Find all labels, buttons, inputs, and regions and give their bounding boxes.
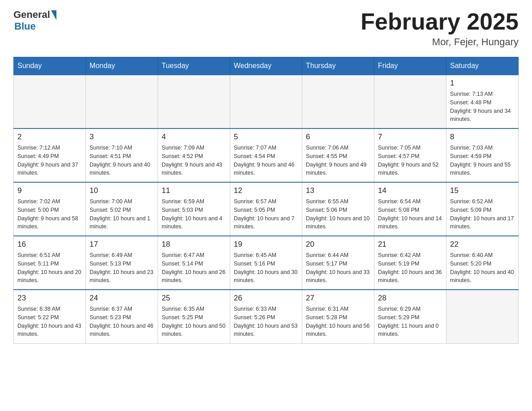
day-number: 13 (306, 186, 370, 195)
day-info: Sunrise: 6:29 AMSunset: 5:29 PMDaylight:… (378, 305, 442, 338)
day-number: 5 (234, 133, 298, 141)
week-row-2: 2Sunrise: 7:12 AMSunset: 4:49 PMDaylight… (14, 128, 519, 182)
calendar-cell: 8Sunrise: 7:03 AMSunset: 4:59 PMDaylight… (446, 128, 519, 182)
calendar-cell: 20Sunrise: 6:44 AMSunset: 5:17 PMDayligh… (302, 236, 374, 290)
day-info: Sunrise: 6:57 AMSunset: 5:05 PMDaylight:… (234, 197, 298, 231)
day-info: Sunrise: 7:12 AMSunset: 4:49 PMDaylight:… (17, 144, 82, 177)
day-info: Sunrise: 6:52 AMSunset: 5:09 PMDaylight:… (450, 197, 515, 231)
day-number: 1 (450, 79, 515, 88)
calendar-cell: 12Sunrise: 6:57 AMSunset: 5:05 PMDayligh… (230, 182, 302, 236)
day-info: Sunrise: 7:10 AMSunset: 4:51 PMDaylight:… (90, 144, 154, 177)
calendar-cell: 23Sunrise: 6:38 AMSunset: 5:22 PMDayligh… (14, 290, 86, 343)
day-info: Sunrise: 7:09 AMSunset: 4:52 PMDaylight:… (162, 144, 226, 177)
calendar-cell: 17Sunrise: 6:49 AMSunset: 5:13 PMDayligh… (86, 236, 158, 290)
logo: General Blue (13, 9, 56, 32)
day-number: 25 (162, 294, 226, 303)
day-number: 24 (90, 294, 154, 303)
calendar-cell: 19Sunrise: 6:45 AMSunset: 5:16 PMDayligh… (230, 236, 302, 290)
day-info: Sunrise: 6:59 AMSunset: 5:03 PMDaylight:… (162, 197, 226, 231)
day-number: 21 (378, 240, 442, 249)
day-number: 10 (90, 186, 154, 195)
day-info: Sunrise: 7:06 AMSunset: 4:55 PMDaylight:… (306, 144, 370, 177)
day-number: 3 (90, 133, 154, 141)
day-number: 27 (306, 294, 370, 303)
calendar-cell: 5Sunrise: 7:07 AMSunset: 4:54 PMDaylight… (230, 128, 302, 182)
day-number: 12 (234, 186, 298, 195)
location: Mor, Fejer, Hungary (360, 36, 519, 48)
day-number: 15 (450, 186, 515, 195)
calendar-cell: 28Sunrise: 6:29 AMSunset: 5:29 PMDayligh… (374, 290, 446, 343)
calendar-cell (14, 75, 86, 128)
weekday-header-tuesday: Tuesday (158, 57, 230, 75)
week-row-1: 1Sunrise: 7:13 AMSunset: 4:48 PMDaylight… (14, 75, 519, 128)
day-info: Sunrise: 6:31 AMSunset: 5:28 PMDaylight:… (306, 305, 370, 338)
calendar-cell (230, 75, 302, 128)
day-number: 8 (450, 133, 515, 141)
title-area: February 2025 Mor, Fejer, Hungary (360, 9, 519, 48)
calendar-cell: 16Sunrise: 6:51 AMSunset: 5:11 PMDayligh… (14, 236, 86, 290)
month-title: February 2025 (360, 9, 519, 34)
week-row-5: 23Sunrise: 6:38 AMSunset: 5:22 PMDayligh… (14, 290, 519, 343)
weekday-header-saturday: Saturday (446, 57, 519, 75)
weekday-header-sunday: Sunday (14, 57, 86, 75)
calendar-cell (86, 75, 158, 128)
day-number: 20 (306, 240, 370, 249)
calendar-cell: 14Sunrise: 6:54 AMSunset: 5:08 PMDayligh… (374, 182, 446, 236)
weekday-header-wednesday: Wednesday (230, 57, 302, 75)
week-row-3: 9Sunrise: 7:02 AMSunset: 5:00 PMDaylight… (14, 182, 519, 236)
day-info: Sunrise: 6:33 AMSunset: 5:26 PMDaylight:… (234, 305, 298, 338)
day-info: Sunrise: 6:40 AMSunset: 5:20 PMDaylight:… (450, 251, 515, 285)
logo-blue-text: Blue (14, 21, 36, 32)
calendar-cell: 26Sunrise: 6:33 AMSunset: 5:26 PMDayligh… (230, 290, 302, 343)
calendar-cell: 3Sunrise: 7:10 AMSunset: 4:51 PMDaylight… (86, 128, 158, 182)
day-number: 17 (90, 240, 154, 249)
day-number: 9 (17, 186, 82, 195)
day-number: 19 (234, 240, 298, 249)
day-number: 2 (17, 133, 82, 141)
calendar-cell: 27Sunrise: 6:31 AMSunset: 5:28 PMDayligh… (302, 290, 374, 343)
day-number: 22 (450, 240, 515, 249)
weekday-header-monday: Monday (86, 57, 158, 75)
logo-general-text: General (13, 9, 50, 21)
day-number: 14 (378, 186, 442, 195)
calendar-cell: 7Sunrise: 7:05 AMSunset: 4:57 PMDaylight… (374, 128, 446, 182)
logo-arrow-icon (51, 10, 56, 20)
day-info: Sunrise: 6:35 AMSunset: 5:25 PMDaylight:… (162, 305, 226, 338)
day-info: Sunrise: 6:49 AMSunset: 5:13 PMDaylight:… (90, 251, 154, 285)
calendar-cell (446, 290, 519, 343)
header: General Blue February 2025 Mor, Fejer, H… (13, 9, 519, 48)
day-number: 4 (162, 133, 226, 141)
day-number: 6 (306, 133, 370, 141)
weekday-header-thursday: Thursday (302, 57, 374, 75)
weekday-header-row: SundayMondayTuesdayWednesdayThursdayFrid… (14, 57, 519, 75)
calendar-cell: 4Sunrise: 7:09 AMSunset: 4:52 PMDaylight… (158, 128, 230, 182)
calendar-cell: 22Sunrise: 6:40 AMSunset: 5:20 PMDayligh… (446, 236, 519, 290)
calendar-cell (158, 75, 230, 128)
day-number: 16 (17, 240, 82, 249)
day-info: Sunrise: 7:00 AMSunset: 5:02 PMDaylight:… (90, 197, 154, 231)
week-row-4: 16Sunrise: 6:51 AMSunset: 5:11 PMDayligh… (14, 236, 519, 290)
day-info: Sunrise: 6:44 AMSunset: 5:17 PMDaylight:… (306, 251, 370, 285)
day-info: Sunrise: 6:54 AMSunset: 5:08 PMDaylight:… (378, 197, 442, 231)
day-info: Sunrise: 6:51 AMSunset: 5:11 PMDaylight:… (17, 251, 82, 285)
calendar-cell: 11Sunrise: 6:59 AMSunset: 5:03 PMDayligh… (158, 182, 230, 236)
day-info: Sunrise: 6:37 AMSunset: 5:23 PMDaylight:… (90, 305, 154, 338)
calendar-cell: 18Sunrise: 6:47 AMSunset: 5:14 PMDayligh… (158, 236, 230, 290)
day-info: Sunrise: 7:07 AMSunset: 4:54 PMDaylight:… (234, 144, 298, 177)
day-number: 18 (162, 240, 226, 249)
calendar-cell: 15Sunrise: 6:52 AMSunset: 5:09 PMDayligh… (446, 182, 519, 236)
day-info: Sunrise: 7:02 AMSunset: 5:00 PMDaylight:… (17, 197, 82, 231)
calendar: SundayMondayTuesdayWednesdayThursdayFrid… (13, 57, 519, 344)
calendar-cell (302, 75, 374, 128)
calendar-cell: 24Sunrise: 6:37 AMSunset: 5:23 PMDayligh… (86, 290, 158, 343)
day-number: 26 (234, 294, 298, 303)
calendar-cell: 21Sunrise: 6:42 AMSunset: 5:19 PMDayligh… (374, 236, 446, 290)
calendar-cell: 6Sunrise: 7:06 AMSunset: 4:55 PMDaylight… (302, 128, 374, 182)
day-info: Sunrise: 6:38 AMSunset: 5:22 PMDaylight:… (17, 305, 82, 338)
calendar-cell (374, 75, 446, 128)
calendar-cell: 9Sunrise: 7:02 AMSunset: 5:00 PMDaylight… (14, 182, 86, 236)
day-number: 11 (162, 186, 226, 195)
day-number: 7 (378, 133, 442, 141)
calendar-cell: 10Sunrise: 7:00 AMSunset: 5:02 PMDayligh… (86, 182, 158, 236)
day-info: Sunrise: 6:42 AMSunset: 5:19 PMDaylight:… (378, 251, 442, 285)
